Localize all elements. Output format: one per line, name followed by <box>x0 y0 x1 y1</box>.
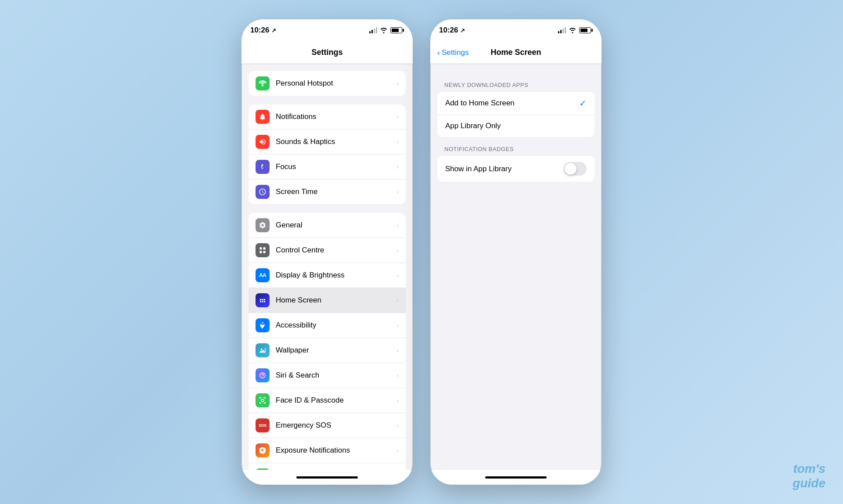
newly-downloaded-label: NEWLY DOWNLOADED APPS <box>444 82 587 88</box>
signal-icon-1 <box>369 27 377 33</box>
settings-item-personal-hotspot[interactable]: Personal Hotspot › <box>249 71 406 96</box>
settings-item-emergency-sos[interactable]: SOS Emergency SOS › <box>249 413 406 438</box>
back-button[interactable]: ‹ Settings <box>437 48 468 57</box>
signal-icon-2 <box>558 27 566 33</box>
detail-item-app-library[interactable]: App Library Only <box>437 115 594 137</box>
show-in-library-label: Show in App Library <box>445 165 564 173</box>
app-library-label: App Library Only <box>445 122 587 130</box>
settings-item-accessibility[interactable]: Accessibility › <box>249 313 406 338</box>
home-screen-icon <box>256 293 270 307</box>
svg-point-5 <box>261 349 263 350</box>
battery-settings-icon <box>256 468 270 470</box>
settings-item-battery[interactable]: Battery › <box>249 463 406 470</box>
settings-scroll[interactable]: Personal Hotspot › Notifications › <box>241 64 413 470</box>
sounds-icon <box>256 135 270 149</box>
settings-group-hotspot: Personal Hotspot › <box>249 71 406 96</box>
notifications-chevron: › <box>396 113 399 120</box>
settings-item-display[interactable]: AA Display & Brightness › <box>249 263 406 288</box>
wallpaper-label: Wallpaper <box>276 346 396 355</box>
wallpaper-icon <box>256 343 270 357</box>
back-label[interactable]: Settings <box>442 48 468 57</box>
general-icon <box>256 218 270 232</box>
exposure-icon <box>256 443 270 457</box>
notification-badges-label: NOTIFICATION BADGES <box>444 146 587 152</box>
svg-rect-2 <box>259 251 262 253</box>
control-centre-icon <box>256 243 270 257</box>
location-icon-2: ↗ <box>460 27 465 34</box>
settings-section-hotspot: Personal Hotspot › <box>241 71 413 96</box>
show-in-library-toggle[interactable] <box>564 162 587 176</box>
emergency-sos-label: Emergency SOS <box>276 421 396 430</box>
home-bar-1 <box>241 470 413 485</box>
detail-item-show-in-library[interactable]: Show in App Library <box>437 156 594 182</box>
iphone-home-screen: 10:26 ↗ ‹ Settings Home Screen NEWLY DOW… <box>430 19 602 485</box>
settings-item-exposure[interactable]: Exposure Notifications › <box>249 438 406 463</box>
settings-item-sounds[interactable]: Sounds & Haptics › <box>249 130 406 155</box>
hotspot-chevron: › <box>396 80 399 87</box>
home-indicator-1 <box>296 476 358 479</box>
status-icons-1 <box>369 27 402 33</box>
accessibility-icon <box>256 318 270 332</box>
status-bar-2: 10:26 ↗ <box>430 19 602 41</box>
wifi-icon-1 <box>380 27 388 33</box>
wallpaper-chevron: › <box>396 347 399 354</box>
notifications-icon <box>256 110 270 124</box>
home-screen-label: Home Screen <box>276 296 396 305</box>
home-screen-nav: ‹ Settings Home Screen <box>430 41 602 64</box>
svg-rect-3 <box>263 251 266 253</box>
settings-item-screen-time[interactable]: Screen Time › <box>249 180 406 204</box>
notification-badges-group: Show in App Library <box>437 156 594 182</box>
battery-icon-1 <box>390 27 402 33</box>
control-centre-label: Control Centre <box>276 246 396 255</box>
settings-item-control-centre[interactable]: Control Centre › <box>249 238 406 263</box>
location-icon: ↗ <box>271 27 276 34</box>
iphone-settings: 10:26 ↗ Settings <box>241 19 413 485</box>
exposure-chevron: › <box>396 447 399 454</box>
sounds-chevron: › <box>396 138 399 145</box>
settings-title: Settings <box>311 48 342 57</box>
general-chevron: › <box>396 222 399 229</box>
display-label: Display & Brightness <box>276 271 396 280</box>
settings-group-general: General › Control Centre › <box>249 213 406 470</box>
hotspot-label: Personal Hotspot <box>276 79 396 88</box>
screen-time-chevron: › <box>396 188 399 195</box>
settings-item-notifications[interactable]: Notifications › <box>249 104 406 130</box>
status-time-2: 10:26 ↗ <box>439 26 465 35</box>
home-screen-chevron: › <box>396 297 399 304</box>
general-label: General <box>276 221 396 230</box>
watermark-line1: tom's <box>793 461 825 476</box>
home-bar-2 <box>430 470 602 485</box>
sounds-label: Sounds & Haptics <box>276 137 396 146</box>
watermark: tom's guide <box>793 461 825 491</box>
status-time-1: 10:26 ↗ <box>250 26 276 35</box>
settings-nav: Settings <box>241 41 413 64</box>
focus-chevron: › <box>396 163 399 170</box>
battery-icon-2 <box>579 27 591 33</box>
emergency-sos-icon: SOS <box>256 418 270 432</box>
focus-label: Focus <box>276 162 396 171</box>
hotspot-icon <box>256 76 270 90</box>
settings-item-focus[interactable]: Focus › <box>249 155 406 180</box>
back-chevron: ‹ <box>437 49 440 57</box>
settings-item-face-id[interactable]: Face ID & Passcode › <box>249 388 406 413</box>
settings-item-home-screen[interactable]: Home Screen › <box>249 288 406 313</box>
settings-item-general[interactable]: General › <box>249 213 406 238</box>
display-chevron: › <box>396 272 399 279</box>
settings-item-siri[interactable]: Siri & Search › <box>249 363 406 388</box>
exposure-label: Exposure Notifications <box>276 446 396 455</box>
control-centre-chevron: › <box>396 247 399 254</box>
accessibility-label: Accessibility <box>276 321 396 330</box>
status-bar-1: 10:26 ↗ <box>241 19 413 41</box>
settings-section-general: General › Control Centre › <box>241 213 413 470</box>
home-screen-scroll[interactable]: NEWLY DOWNLOADED APPS Add to Home Screen… <box>430 64 602 470</box>
newly-downloaded-group: Add to Home Screen ✓ App Library Only <box>437 92 594 137</box>
focus-icon <box>256 160 270 174</box>
newly-downloaded-section: NEWLY DOWNLOADED APPS Add to Home Screen… <box>430 82 602 137</box>
settings-item-wallpaper[interactable]: Wallpaper › <box>249 338 406 363</box>
siri-chevron: › <box>396 372 399 379</box>
screen-time-label: Screen Time <box>276 187 396 196</box>
emergency-sos-chevron: › <box>396 422 399 429</box>
detail-item-add-to-home[interactable]: Add to Home Screen ✓ <box>437 92 594 115</box>
settings-group-notifications: Notifications › Sounds & Haptics › <box>249 104 406 204</box>
add-to-home-label: Add to Home Screen <box>445 99 579 108</box>
